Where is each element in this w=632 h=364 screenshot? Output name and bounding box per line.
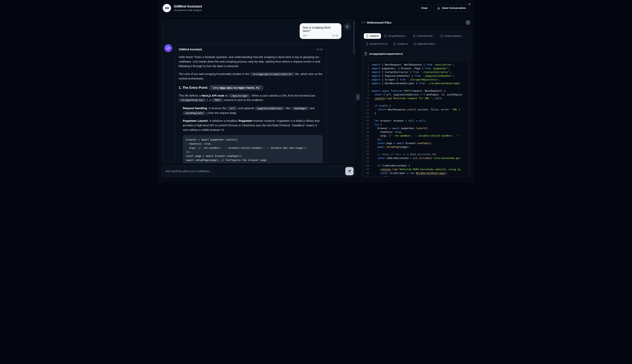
code-text: page, (372, 175, 391, 176)
file-tab-label: contentExtract… (417, 35, 435, 38)
file-icon (440, 35, 443, 38)
code-line: 16 let browser: Browser | null = null; (364, 119, 468, 122)
paper-plane-icon (348, 170, 351, 173)
line-number: 6 (364, 82, 372, 85)
code-line: 8export async function POST(request: Nex… (364, 89, 468, 93)
person-icon (346, 25, 349, 28)
line-number: 9 (364, 93, 372, 96)
code-line: 17 try { (364, 122, 468, 126)
code-line: 13 return NextResponse.json({ success: f… (364, 108, 468, 111)
inline-code: `ScraperForm.tsx` (179, 98, 206, 102)
code-line: 3import { ContentExtractor } from './con… (364, 70, 468, 74)
code-line: 29 console.log('Detected RERA Karnataka … (364, 168, 468, 171)
chat-panel: how is scraping done here? You 01:24 (162, 20, 355, 163)
code-line: 9 const { url, paginationOptions = { max… (364, 93, 468, 96)
file-tab-rerakarnatakas[interactable]: reraKarnatakaS… (438, 33, 466, 39)
assistant-message-time: 01:24 (316, 48, 323, 51)
file-icon (366, 42, 368, 45)
save-button-label: Save Conversation (442, 6, 466, 10)
line-number: 17 (364, 122, 372, 126)
inline-code: `autoPaginate` (183, 111, 206, 115)
main-area: how is scraping done here? You 01:24 (158, 16, 474, 182)
file-tab-label: paginationHand… (417, 42, 437, 45)
code-line: 19 headless: true, (364, 130, 468, 134)
code-line: 30 const reraScraper = new ReraKarnataka… (364, 171, 468, 175)
ask-input[interactable] (165, 170, 345, 173)
code-line: 12 if (!url) { (364, 104, 468, 108)
code-brackets-icon (362, 21, 365, 24)
file-tab-route-ts[interactable]: route.ts (364, 33, 381, 39)
chat-scrollbar[interactable] (354, 21, 354, 54)
line-number: 2 (364, 66, 372, 70)
code-line: 25 // Check if this is a RERA Karnataka … (364, 152, 468, 156)
code-text: }); (372, 138, 382, 141)
panel-resize-handle[interactable] (356, 94, 360, 100)
inline-code: `paginationOptions` (254, 107, 285, 110)
code-text: if (!url) { (372, 104, 391, 108)
code-line: 18 browser = await puppeteer.launch({ (364, 126, 468, 130)
code-line: 31 page, (364, 175, 468, 176)
code-text: // Check if this is a RERA Karnataka URL (372, 152, 436, 156)
assistant-paragraph: The core of our web scraping functionali… (179, 72, 323, 81)
code-text: await setupPage(page); (372, 145, 410, 149)
code-text: console.log('Received request for URL:',… (372, 96, 442, 100)
code-line: 6import { ReraKarnatakaScraper } from '.… (364, 82, 468, 85)
file-path: src/app/api/scrape/route.ts (369, 52, 403, 55)
assistant-paragraph: Hello there! That's a fantastic question… (179, 55, 323, 68)
line-number: 11 (364, 100, 372, 104)
chat-column: how is scraping done here? You 01:24 (162, 20, 355, 177)
line-number: 12 (364, 104, 372, 108)
referenced-files-title: Referenced Files (367, 21, 391, 24)
line-number: 28 (364, 164, 372, 168)
code-text: const isReraKarnataka = url.includes('re… (372, 156, 460, 160)
list-item: Puppeteer Launch: It initializes a headl… (183, 119, 323, 163)
assistant-message-row: GitMind Assistant 01:24 Hello there! Tha… (164, 44, 355, 163)
section-heading: 1. The Entry Point: `src/app/api/scrape/… (179, 86, 323, 90)
code-line: 28 if (isReraKarnataka) { (364, 164, 468, 168)
code-viewer: 1import { NextRequest, NextResponse } fr… (364, 60, 468, 176)
app-title: GitMind Assistant (174, 4, 202, 8)
line-number: 27 (364, 160, 372, 164)
code-lines: 1import { NextRequest, NextResponse } fr… (364, 63, 468, 176)
line-number: 1 (364, 63, 372, 66)
user-message-sender: You (303, 34, 307, 37)
line-number: 19 (364, 130, 372, 134)
code-text: } (372, 111, 376, 115)
code-text: try { (372, 122, 382, 126)
file-tabs: route.tsScraperReposit…contentExtract…re… (362, 31, 471, 50)
bold-text: Puppeteer Launch (183, 119, 208, 122)
file-icon (413, 35, 415, 38)
file-icon (364, 52, 367, 55)
inline-code: `/api/scrape` (228, 94, 250, 98)
code-text: import { ReraKarnatakaScraper } from './… (372, 82, 460, 85)
code-text: import { PaginationHandler } from './pag… (372, 74, 454, 78)
line-number: 13 (364, 108, 372, 111)
chat-code-block: browser = await puppeteer.launch({ headl… (183, 135, 323, 163)
clear-button[interactable]: Clear (418, 4, 431, 12)
file-tab-scraper-ts[interactable]: scraper.ts (391, 41, 410, 47)
file-icon (393, 42, 396, 45)
line-number: 25 (364, 152, 372, 156)
file-tab-paginationhand[interactable]: paginationHand… (411, 41, 439, 47)
code-text: return NextResponse.json({ success: fals… (372, 108, 460, 111)
code-line: 11 (364, 100, 468, 104)
send-button[interactable] (345, 167, 354, 175)
file-tab-scraperreposit[interactable]: ScraperReposit… (382, 33, 410, 39)
file-tab-label: ScraperReposit… (388, 35, 408, 38)
assistant-bullet-list: Request Handling: It receives the `url` … (179, 106, 323, 163)
file-tab-label: scraper.ts (397, 42, 408, 45)
file-tab-label: route.ts (370, 35, 379, 38)
line-number: 5 (364, 78, 372, 82)
file-tab-label: ScraperForm.tsx (370, 42, 388, 45)
line-number: 14 (364, 111, 372, 115)
file-tab-contentextract[interactable]: contentExtract… (411, 33, 437, 39)
code-text: export async function POST(request: Next… (372, 89, 446, 93)
line-number: 29 (364, 168, 372, 171)
close-icon[interactable] (467, 2, 472, 7)
save-conversation-button[interactable]: Save Conversation (434, 4, 469, 12)
file-tab-scraperform-tsx[interactable]: ScraperForm.tsx (364, 41, 390, 47)
assistant-avatar (164, 44, 172, 52)
user-message-row: how is scraping done here? You 01:24 (162, 23, 351, 39)
brain-logo-icon: GM (163, 4, 171, 12)
line-number: 8 (364, 89, 372, 93)
